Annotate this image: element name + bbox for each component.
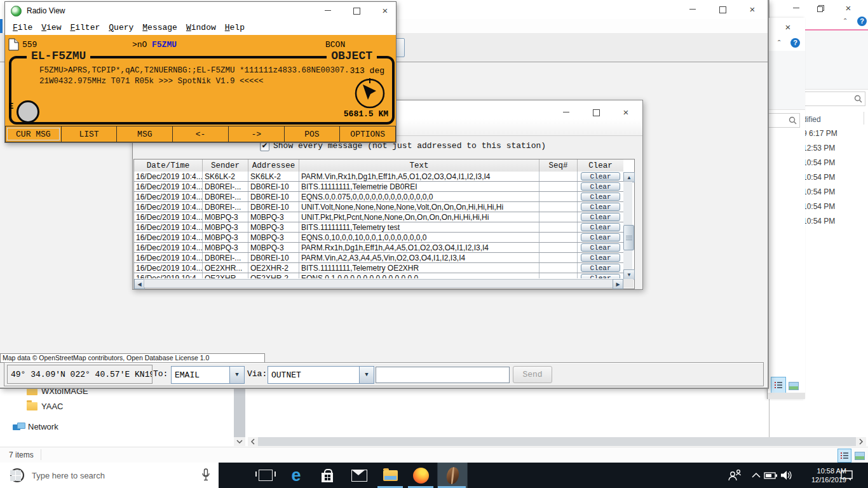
table-row[interactable]: 16/Dec/2019 10:4...M0BPQ-3M0BPQ-3BITS.11… (134, 222, 623, 233)
search-input[interactable] (768, 113, 800, 128)
menu-item-help[interactable]: Help (225, 23, 245, 32)
clear-button[interactable]: Clear (581, 274, 620, 278)
menu-item-query[interactable]: Query (109, 23, 133, 32)
thumbnails-view-button[interactable] (853, 449, 867, 463)
menu-item-filter[interactable]: Filter (70, 23, 100, 32)
minimize-button[interactable] (679, 3, 707, 17)
tree-scroll-down-button[interactable] (234, 437, 245, 446)
close-button[interactable]: × (834, 1, 862, 15)
speaker-icon[interactable] (780, 470, 792, 481)
details-view-button[interactable] (771, 377, 786, 393)
taskbar-item-file-explorer[interactable] (375, 463, 405, 488)
taskbar-item-store[interactable] (311, 463, 343, 488)
clear-button[interactable]: Clear (581, 233, 620, 241)
hscroll-left-button[interactable] (248, 437, 258, 446)
hscroll-track[interactable] (258, 437, 856, 446)
taskbar-item-yaac[interactable] (437, 463, 468, 488)
column-separator[interactable] (864, 112, 864, 125)
taskbar-search[interactable]: Type here to search (0, 463, 219, 488)
table-row[interactable]: 16/Dec/2019 10:4...M0BPQ-3M0BPQ-3EQNS.0,… (134, 233, 623, 243)
clear-button[interactable]: Clear (581, 243, 620, 252)
to-combobox[interactable]: EMAIL ▼ (171, 366, 231, 384)
combo-arrow-icon[interactable]: ▼ (359, 366, 374, 384)
radio-button-pos[interactable]: POS (284, 126, 340, 142)
table-row[interactable]: 16/Dec/2019 10:4...DB0REI-...DB0REI-10BI… (134, 182, 623, 192)
taskbar-item-firefox[interactable] (405, 463, 436, 488)
details-view-button[interactable] (837, 449, 851, 463)
search-input[interactable] (801, 92, 865, 106)
people-icon[interactable] (727, 468, 742, 482)
clear-button[interactable]: Clear (581, 182, 620, 191)
restore-button[interactable] (806, 1, 834, 15)
hscroll-track[interactable] (144, 279, 614, 288)
clear-button[interactable]: Clear (581, 264, 620, 272)
column-header-seq[interactable]: Seq# (539, 159, 578, 172)
column-header-sender[interactable]: Sender (203, 159, 248, 172)
column-header-clear[interactable]: Clear (578, 159, 623, 172)
menu-item-window[interactable]: Window (186, 23, 216, 32)
minimize-button[interactable] (552, 105, 580, 119)
table-row[interactable]: 16/Dec/2019 10:4...OE2XHR...OE2XHR-2BITS… (134, 263, 623, 273)
sidebar-item-yaac[interactable]: YAAC (27, 402, 63, 411)
radio-button-->[interactable]: -> (228, 126, 284, 142)
tree-scrollbar-thumb[interactable] (234, 386, 245, 437)
menu-item-message[interactable]: Message (142, 23, 177, 32)
table-row[interactable]: 16/Dec/2019 10:4...OE2XHR...OE2XHR-2EQNS… (134, 273, 623, 278)
menu-item-file[interactable]: File (13, 23, 32, 32)
table-row[interactable]: 16/Dec/2019 10:4...DB0REI-...DB0REI-10PA… (134, 253, 623, 263)
hscroll-right-button[interactable]: ▶ (613, 279, 623, 289)
task-view-button[interactable] (250, 463, 281, 488)
close-button[interactable]: × (738, 3, 766, 17)
send-button[interactable]: Send (513, 366, 552, 383)
vscroll-thumb[interactable] (623, 225, 634, 250)
minimize-button[interactable] (314, 4, 342, 18)
sidebar-item-network[interactable]: Network (13, 422, 58, 431)
taskbar-item-mail[interactable] (343, 463, 375, 488)
action-center-icon[interactable] (840, 470, 854, 481)
close-button[interactable]: × (775, 20, 801, 34)
message-input[interactable] (376, 367, 510, 383)
clear-button[interactable]: Clear (581, 213, 620, 221)
radio-button-cur-msg[interactable]: CUR MSG (5, 126, 61, 142)
clear-button[interactable]: Clear (581, 223, 620, 231)
maximize-button[interactable] (582, 105, 610, 119)
help-icon[interactable]: ? (857, 17, 867, 26)
battery-icon[interactable] (764, 471, 778, 480)
column-header-text[interactable]: Text (299, 159, 539, 172)
start-button[interactable] (0, 463, 31, 488)
via-combobox[interactable]: OUTNET ▼ (268, 366, 361, 384)
vscroll-down-button[interactable]: ▼ (623, 269, 635, 280)
thumbnails-view-button[interactable] (787, 379, 801, 393)
radio-button--[interactable]: <- (172, 126, 228, 142)
table-row[interactable]: 16/Dec/2019 10:4...M0BPQ-3M0BPQ-3PARM.Rx… (134, 243, 623, 253)
radio-button-options[interactable]: OPTIONS (339, 126, 396, 142)
clear-button[interactable]: Clear (581, 193, 620, 201)
clear-button[interactable]: Clear (581, 203, 620, 211)
radio-button-list[interactable]: LIST (61, 126, 117, 142)
menu-item-view[interactable]: View (41, 23, 61, 32)
table-row[interactable]: 16/Dec/2019 10:4...DB0REI-...DB0REI-10UN… (134, 202, 623, 212)
show-every-message-checkbox[interactable]: ✔ (260, 142, 269, 151)
column-header-addressee[interactable]: Addressee (248, 159, 299, 172)
table-row[interactable]: 16/Dec/2019 10:4...SK6LK-2SK6LK-2PARM.Vi… (134, 172, 623, 182)
microphone-icon[interactable] (201, 468, 211, 483)
hscroll-right-button[interactable] (856, 437, 866, 446)
radio-view-titlebar[interactable]: Radio View × (5, 2, 396, 20)
help-icon[interactable]: ? (790, 38, 800, 48)
combo-arrow-icon[interactable]: ▼ (229, 366, 245, 384)
table-row[interactable]: 16/Dec/2019 10:4...M0BPQ-3M0BPQ-3UNIT.Pk… (134, 212, 623, 222)
clear-button[interactable]: Clear (581, 254, 620, 262)
clear-button[interactable]: Clear (581, 172, 620, 180)
close-button[interactable]: × (371, 4, 399, 18)
table-row[interactable]: 16/Dec/2019 10:4...DB0REI-...DB0REI-10EQ… (134, 192, 623, 202)
radio-button-msg[interactable]: MSG (116, 126, 172, 142)
ribbon-collapse-icon[interactable]: ˆ (844, 17, 846, 27)
close-button[interactable]: × (612, 105, 640, 119)
maximize-button[interactable] (709, 3, 736, 17)
maximize-button[interactable] (342, 4, 370, 18)
tray-expand-chevron-icon[interactable] (751, 471, 761, 479)
taskbar-item-edge[interactable]: e (281, 463, 311, 488)
ribbon-collapse-icon[interactable]: ˆ (778, 39, 780, 48)
column-header-datetime[interactable]: Date/Time (134, 159, 203, 172)
column-header-date-modified[interactable]: dified (803, 115, 821, 124)
